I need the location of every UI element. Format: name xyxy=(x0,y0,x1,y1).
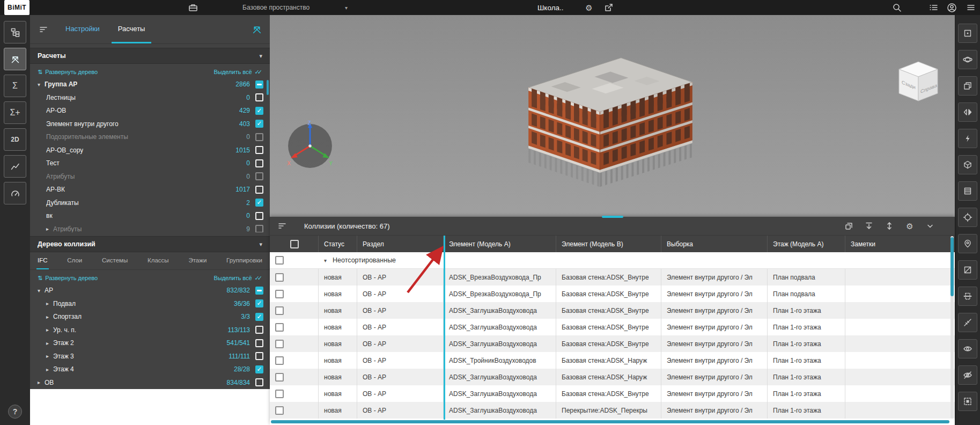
building-model[interactable] xyxy=(520,49,701,197)
sum-plus-icon[interactable]: Σ+ xyxy=(4,101,26,124)
tree-item[interactable]: Тест 0 xyxy=(30,157,270,170)
tree-item[interactable]: Атрибуты 0 xyxy=(30,170,270,184)
group-checkbox[interactable] xyxy=(275,256,284,265)
tree-item-checkbox[interactable] xyxy=(255,159,263,167)
tree-item-checkbox[interactable] xyxy=(255,93,263,101)
caret-icon[interactable]: ▾ xyxy=(38,82,45,87)
pin-icon[interactable] xyxy=(958,234,977,253)
clip-plane-icon[interactable] xyxy=(958,287,977,306)
tree-item-checkbox[interactable] xyxy=(255,212,263,220)
table-settings-icon[interactable]: ⚙ xyxy=(904,221,915,231)
tree-item[interactable]: Подозрительные элементы 0 xyxy=(30,130,270,144)
tree-item-checkbox[interactable] xyxy=(255,120,263,128)
explode-icon[interactable] xyxy=(958,129,977,148)
section-header-collision-tree[interactable]: Дерево коллизий ▾ xyxy=(30,236,270,252)
tree-item-checkbox[interactable] xyxy=(255,339,263,347)
views-icon[interactable] xyxy=(958,76,977,96)
caret-icon[interactable]: ▸ xyxy=(46,340,53,346)
row-checkbox[interactable] xyxy=(275,406,284,415)
fit-view-icon[interactable] xyxy=(958,24,977,43)
section-box-icon[interactable] xyxy=(958,260,977,280)
row-checkbox[interactable] xyxy=(275,323,284,332)
tree-item[interactable]: вк 0 xyxy=(30,209,270,223)
2d-view-icon[interactable]: 2D xyxy=(4,128,26,151)
tree-item[interactable]: АР-ОВ_copy 1015 xyxy=(30,144,270,157)
gauge-icon[interactable] xyxy=(4,182,26,204)
caret-icon[interactable]: ▾ xyxy=(324,258,333,263)
tree-item[interactable]: ▸ Спортзал 3/3 xyxy=(30,310,270,324)
tree-item-checkbox[interactable] xyxy=(255,199,263,207)
caret-icon[interactable]: ▸ xyxy=(38,379,45,385)
table-row[interactable]: новая ОВ - АР ADSK_ЗаглушкаВоздуховода Б… xyxy=(270,385,955,402)
group-row[interactable]: ▾ Неотсортированные xyxy=(270,252,955,269)
caret-icon[interactable]: ▸ xyxy=(46,327,53,333)
tree-tab[interactable]: IFC xyxy=(36,252,49,269)
tree-item-checkbox[interactable] xyxy=(255,326,263,334)
hide-icon[interactable] xyxy=(958,365,977,385)
visibility-icon[interactable] xyxy=(958,339,977,358)
column-header[interactable]: Статус xyxy=(319,236,357,252)
tree-tab[interactable]: Системы xyxy=(101,252,129,269)
cube-icon[interactable] xyxy=(958,155,977,174)
column-header[interactable]: Заметки xyxy=(845,236,955,252)
table-row[interactable]: новая ОВ - АР ADSK_ТройникВоздуховодов Б… xyxy=(270,352,955,369)
column-header[interactable]: Этаж (Модель A) xyxy=(768,236,845,252)
tree-item-checkbox[interactable] xyxy=(255,365,263,373)
share-icon[interactable] xyxy=(602,3,615,12)
column-header[interactable]: Раздел xyxy=(357,236,444,252)
table-row[interactable]: новая ОВ - АР ADSK_ЗаглушкаВоздуховода Б… xyxy=(270,302,955,319)
isolate-icon[interactable] xyxy=(958,392,977,411)
expand-tree-link[interactable]: ⇅Развернуть дерево xyxy=(38,275,98,282)
collapse-panel-icon[interactable] xyxy=(925,221,935,231)
navigation-cube[interactable]: Сзади Справа xyxy=(897,60,940,106)
tree-item-checkbox[interactable] xyxy=(255,287,263,295)
orbit-icon[interactable] xyxy=(958,50,977,69)
tree-item-checkbox[interactable] xyxy=(255,225,263,232)
tree-item[interactable]: Дубликаты 2 xyxy=(30,196,270,210)
row-checkbox[interactable] xyxy=(275,373,284,382)
panel-menu-icon[interactable] xyxy=(277,221,287,231)
caret-icon[interactable]: ▸ xyxy=(46,367,53,372)
tree-item-checkbox[interactable] xyxy=(255,172,263,180)
caret-icon[interactable]: ▸ xyxy=(46,226,53,232)
mirror-icon[interactable] xyxy=(958,102,977,122)
levels-icon[interactable] xyxy=(958,181,977,201)
tree-item[interactable]: ▸ Подвал 36/36 xyxy=(30,297,270,311)
collisions-tool-icon[interactable] xyxy=(4,48,26,70)
row-checkbox[interactable] xyxy=(275,290,284,298)
tree-item[interactable]: АР-ВК 1017 xyxy=(30,183,270,196)
scrollbar-thumb[interactable] xyxy=(267,80,269,95)
projects-icon[interactable] xyxy=(187,2,200,13)
select-all-link[interactable]: Выделить всё✓✓ xyxy=(213,69,262,76)
panel-resize-handle[interactable] xyxy=(602,216,623,218)
duplicate-icon[interactable] xyxy=(843,221,854,231)
select-all-checkbox[interactable] xyxy=(290,240,299,248)
tree-item[interactable]: ▾ Группа АР 2866 xyxy=(30,78,270,91)
tree-item[interactable]: ▸ Этаж 2 541/541 xyxy=(30,336,270,350)
select-all-link[interactable]: Выделить всё✓✓ xyxy=(213,275,262,282)
tree-tab[interactable]: Слои xyxy=(66,252,83,269)
panel-tab[interactable]: Настройки xyxy=(59,15,106,43)
axis-gizmo[interactable]: X Y Z xyxy=(283,119,337,173)
expand-tree-link[interactable]: ⇅Развернуть дерево xyxy=(38,69,98,76)
column-header[interactable]: Элемент (Модель B) xyxy=(556,236,661,252)
table-row[interactable]: новая ОВ - АР ADSK_ВрезкаВоздуховода_Пр … xyxy=(270,285,955,302)
table-horizontal-scrollbar[interactable] xyxy=(271,420,949,423)
tree-item[interactable]: ▾ АР 832/832 xyxy=(30,284,270,297)
tree-item[interactable]: АР-ОВ 429 xyxy=(30,104,270,118)
row-checkbox[interactable] xyxy=(275,306,284,315)
row-checkbox[interactable] xyxy=(275,273,284,282)
panel-menu-icon[interactable] xyxy=(39,15,48,43)
sum-icon[interactable]: Σ xyxy=(4,75,26,97)
row-checkbox[interactable] xyxy=(275,356,284,365)
tree-item-checkbox[interactable] xyxy=(255,133,263,141)
focus-icon[interactable] xyxy=(958,208,977,227)
workspace-selector[interactable]: Базовое пространство ▾ xyxy=(242,0,348,15)
caret-icon[interactable]: ▸ xyxy=(46,314,53,320)
tree-item[interactable]: ▸ Этаж 3 111/111 xyxy=(30,350,270,363)
tree-item-checkbox[interactable] xyxy=(255,352,263,360)
tree-item[interactable]: ▸ Этаж 4 28/28 xyxy=(30,363,270,376)
tree-item-checkbox[interactable] xyxy=(255,80,263,89)
tree-tab[interactable]: Группировки xyxy=(225,252,263,269)
caret-icon[interactable]: ▸ xyxy=(46,301,53,306)
